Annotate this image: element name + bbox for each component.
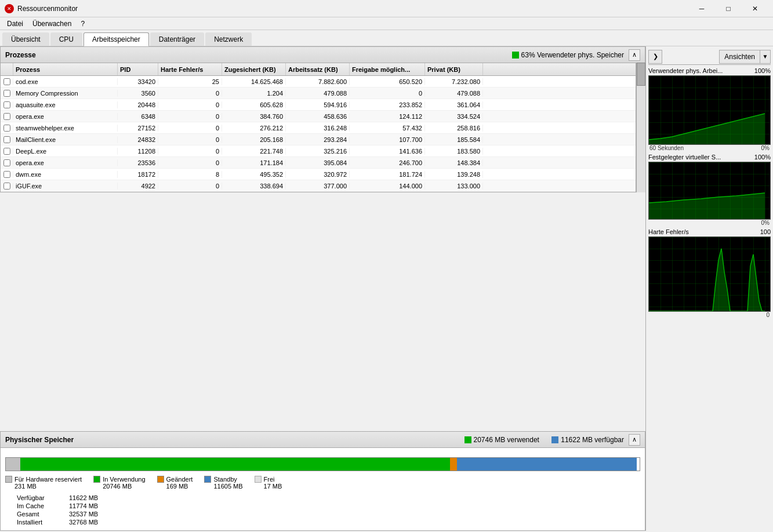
graph-hard-faults-canvas — [648, 236, 771, 312]
table-row[interactable]: Memory Compression 3560 0 1.204 479.088 … — [1, 88, 636, 99]
table-row[interactable]: DeepL.exe 11208 0 221.748 325.216 141.63… — [1, 145, 636, 157]
graph-hard-faults-svg — [649, 237, 770, 311]
svg-marker-0 — [649, 114, 765, 144]
ansichten-btn[interactable]: Ansichten ▼ — [719, 50, 771, 64]
process-collapse-btn[interactable]: ∧ — [629, 49, 640, 61]
col-hartefehler[interactable]: Harte Fehler/s — [158, 63, 222, 75]
table-row[interactable]: opera.exe 23536 0 171.184 395.084 246.70… — [1, 157, 636, 169]
stat-gesamt: Gesamt 32537 MB — [17, 511, 98, 518]
title-bar: Ressourcenmonitor ─ □ ✕ — [0, 0, 773, 17]
stat-val-gesamt: 32537 MB — [69, 511, 98, 518]
row-arbeitssatz: 395.084 — [286, 159, 350, 166]
row-arbeitssatz: 7.882.600 — [286, 78, 350, 85]
col-privat[interactable]: Privat (KB) — [425, 63, 483, 75]
row-privat: 258.816 — [425, 125, 483, 132]
minimize-button[interactable]: ─ — [688, 0, 715, 17]
phys-badge-text2: 11622 MB verfügbar — [561, 436, 624, 444]
menu-help[interactable]: ? — [76, 19, 89, 29]
col-zugesichert[interactable]: Zugesichert (KB) — [222, 63, 286, 75]
mem-bar-changed — [450, 458, 457, 471]
process-scrollbar-thumb[interactable] — [637, 63, 645, 86]
row-checkbox[interactable] — [1, 136, 13, 143]
graph-hard-faults-label: Harte Fehler/s 100 — [648, 228, 771, 235]
graph-min-label-row-3: 0 — [648, 312, 771, 318]
phys-content: Für Hardware reserviert 231 MB In Verwen… — [0, 447, 645, 531]
table-row[interactable]: cod.exe 33420 25 14.625.468 7.882.600 65… — [1, 76, 636, 88]
legend-label-inuse: In Verwendung — [103, 476, 145, 483]
row-arbeitssatz: 377.000 — [286, 183, 350, 190]
table-row[interactable]: aquasuite.exe 20448 0 605.628 594.916 23… — [1, 99, 636, 111]
row-checkbox[interactable] — [1, 113, 13, 120]
process-scrollbar[interactable] — [636, 63, 645, 192]
phys-section-header[interactable]: Physischer Speicher 20746 MB verwendet 1… — [0, 431, 645, 447]
process-table-scroll: Prozess PID Harte Fehler/s Zugesichert (… — [0, 63, 636, 192]
mem-bar — [5, 457, 640, 471]
tab-arbeitsspeicher[interactable]: Arbeitsspeicher — [84, 32, 149, 46]
right-panel: ❯ Ansichten ▼ Verwendeter phys. Arbei...… — [645, 46, 773, 531]
row-zugesichert: 171.184 — [222, 159, 286, 166]
graph-virtual-mem-label: Festgelegter virtueller S... 100% — [648, 154, 771, 161]
menu-datei[interactable]: Datei — [2, 19, 28, 29]
main-container: Prozesse 63% Verwendeter phys. Speicher … — [0, 46, 773, 531]
legend-box-standby — [204, 476, 211, 483]
row-privat: 361.064 — [425, 101, 483, 108]
mem-stats: Verfügbar 11622 MB Im Cache 11774 MB Ges… — [5, 494, 640, 526]
row-checkbox[interactable] — [1, 78, 13, 85]
col-freigabe[interactable]: Freigabe möglich... — [350, 63, 425, 75]
row-zugesichert: 495.352 — [222, 171, 286, 178]
legend-box-reserved — [5, 476, 12, 483]
graph-virtual-mem-title: Festgelegter virtueller S... — [648, 154, 721, 161]
row-checkbox[interactable] — [1, 159, 13, 166]
graph-used-mem-canvas — [648, 75, 771, 145]
legend-value-standby: 11605 MB — [204, 483, 242, 490]
col-prozess[interactable]: Prozess — [13, 63, 118, 75]
legend-value-changed: 169 MB — [157, 483, 188, 490]
row-arbeitssatz: 325.216 — [286, 148, 350, 155]
phys-collapse-btn[interactable]: ∧ — [629, 434, 640, 446]
graph-virtual-mem: Festgelegter virtueller S... 100% 0% — [648, 154, 771, 226]
tab-netzwerk[interactable]: Netzwerk — [205, 32, 252, 46]
tab-uebersicht[interactable]: Übersicht — [2, 32, 49, 46]
row-freigabe: 124.112 — [350, 113, 425, 120]
row-freigabe: 0 — [350, 90, 425, 97]
tab-datentraeger[interactable]: Datenträger — [150, 32, 204, 46]
row-checkbox[interactable] — [1, 171, 13, 178]
row-checkbox[interactable] — [1, 125, 13, 132]
table-row[interactable]: steamwebhelper.exe 27152 0 276.212 316.2… — [1, 122, 636, 134]
row-checkbox[interactable] — [1, 183, 13, 190]
close-button[interactable]: ✕ — [742, 0, 768, 17]
mem-bar-reserved — [6, 458, 20, 471]
row-arbeitssatz: 458.636 — [286, 113, 350, 120]
graph-used-mem-title: Verwendeter phys. Arbei... — [648, 67, 723, 74]
row-checkbox[interactable] — [1, 90, 13, 97]
graph-time-label: 60 Sekunden — [649, 145, 684, 151]
table-row[interactable]: opera.exe 6348 0 384.760 458.636 124.112… — [1, 111, 636, 122]
tab-cpu[interactable]: CPU — [50, 32, 82, 46]
row-pid: 11208 — [118, 148, 158, 155]
menu-ueberwachen[interactable]: Überwachen — [28, 19, 76, 29]
table-row[interactable]: iGUF.exe 4922 0 338.694 377.000 144.000 … — [1, 180, 636, 192]
stat-val-installiert: 32768 MB — [69, 519, 98, 526]
stat-installiert: Installiert 32768 MB — [17, 519, 98, 526]
row-privat: 148.384 — [425, 159, 483, 166]
graph-min-label-3: 0 — [766, 312, 770, 318]
maximize-button[interactable]: □ — [715, 0, 742, 17]
row-name: MailClient.exe — [13, 136, 118, 143]
col-pid[interactable]: PID — [118, 63, 158, 75]
graph-hard-faults: Harte Fehler/s 100 0 — [648, 228, 771, 318]
legend-box-free — [255, 476, 262, 483]
legend-value-free: 17 MB — [255, 483, 282, 490]
row-name: DeepL.exe — [13, 148, 118, 155]
process-table-wrapper: Prozess PID Harte Fehler/s Zugesichert (… — [0, 63, 645, 192]
row-pid: 24832 — [118, 136, 158, 143]
process-section-header[interactable]: Prozesse 63% Verwendeter phys. Speicher … — [0, 46, 645, 63]
row-checkbox[interactable] — [1, 148, 13, 155]
legend-value-inuse: 20746 MB — [93, 483, 132, 490]
row-checkbox[interactable] — [1, 101, 13, 108]
nav-prev-btn[interactable]: ❯ — [648, 50, 662, 64]
col-arbeitssatz[interactable]: Arbeitssatz (KB) — [286, 63, 350, 75]
table-row[interactable]: dwm.exe 18172 8 495.352 320.972 181.724 … — [1, 169, 636, 180]
app-title: Ressourcenmonitor — [17, 5, 688, 13]
stat-val-imcache: 11774 MB — [69, 502, 98, 509]
table-row[interactable]: MailClient.exe 24832 0 205.168 293.284 1… — [1, 134, 636, 145]
